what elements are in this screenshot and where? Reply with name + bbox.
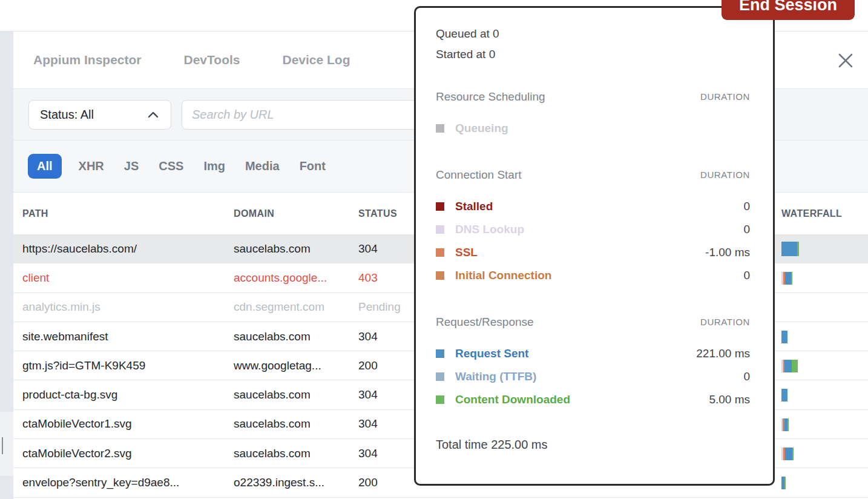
timing-label: Initial Connection	[455, 269, 551, 282]
waterfall-bar	[781, 242, 799, 256]
filter-pill-img[interactable]: Img	[203, 159, 225, 173]
domain-cell: saucelabs.com	[234, 388, 358, 402]
timing-label: Content Downloaded	[455, 393, 570, 406]
filter-pill-media[interactable]: Media	[245, 159, 280, 173]
domain-cell: www.googletag...	[234, 359, 358, 372]
legend-swatch	[436, 271, 444, 280]
waterfall-bar	[781, 477, 786, 489]
duration-header: DURATION	[700, 167, 750, 183]
legend-swatch	[436, 349, 444, 358]
timing-value: 221.00 ms	[696, 347, 750, 360]
waterfall-cell	[781, 242, 868, 256]
tab-appium-inspector[interactable]: Appium Inspector	[33, 53, 142, 67]
waterfall-bar	[781, 360, 798, 372]
column-header-status[interactable]: STATUS	[358, 208, 417, 219]
legend-swatch	[436, 124, 444, 133]
timing-value: 0	[743, 370, 750, 383]
waterfall-segment-req	[781, 389, 787, 402]
waterfall-cell	[781, 388, 868, 402]
waterfall-segment-req	[781, 242, 797, 256]
timing-value: 0	[743, 269, 750, 282]
status-cell: 304	[358, 417, 417, 431]
timing-label: Request Sent	[455, 347, 528, 360]
status-filter-dropdown[interactable]: Status: All	[28, 100, 171, 130]
path-cell: analytics.min.js	[13, 300, 234, 314]
timing-label: DNS Lookup	[455, 223, 524, 236]
waterfall-segment-content	[791, 272, 792, 285]
filter-pill-js[interactable]: JS	[124, 159, 139, 173]
timing-value: -1.00 ms	[705, 246, 750, 259]
close-button[interactable]	[835, 50, 856, 71]
section-title: Request/Response	[436, 314, 534, 330]
waterfall-segment-req	[784, 360, 792, 372]
timing-section: Connection StartDURATIONStalled0DNS Look…	[436, 167, 750, 287]
status-filter-label: Status: All	[40, 108, 94, 122]
domain-cell: o22339.ingest.s...	[234, 476, 358, 489]
status-cell: Pending	[358, 300, 417, 314]
path-cell: product-cta-bg.svg	[13, 388, 234, 402]
timing-item: Stalled0	[436, 195, 750, 218]
timing-item: Queueing	[436, 117, 750, 140]
legend-swatch	[436, 395, 444, 404]
column-header-path[interactable]: PATH	[13, 208, 234, 219]
section-title: Resource Scheduling	[436, 89, 545, 105]
timing-value: 0	[743, 223, 750, 236]
timing-label: SSL	[455, 246, 478, 259]
timing-item: Waiting (TTFB)0	[436, 365, 750, 388]
timing-item: Request Sent221.00 ms	[436, 342, 750, 365]
waterfall-segment-content	[787, 418, 789, 431]
waterfall-bar	[781, 448, 794, 460]
legend-swatch	[436, 202, 444, 211]
duration-header: DURATION	[700, 89, 750, 105]
tab-device-log[interactable]: Device Log	[282, 53, 350, 67]
domain-cell: saucelabs.com	[234, 242, 358, 256]
request-timing-popup: Queued at 0 Started at 0 Resource Schedu…	[414, 6, 775, 486]
legend-swatch	[436, 372, 444, 381]
waterfall-segment-content	[797, 242, 799, 256]
domain-cell: cdn.segment.com	[234, 300, 358, 314]
waterfall-cell	[781, 329, 868, 343]
filter-pill-css[interactable]: CSS	[159, 159, 183, 173]
domain-cell: saucelabs.com	[234, 417, 358, 431]
filter-pill-font[interactable]: Font	[300, 159, 326, 173]
waterfall-segment-req	[785, 448, 792, 460]
waterfall-segment-content	[784, 477, 786, 489]
filter-pill-xhr[interactable]: XHR	[79, 159, 104, 173]
waterfall-bar	[781, 272, 792, 285]
status-cell: 200	[358, 476, 417, 489]
legend-swatch	[436, 225, 444, 234]
section-title: Connection Start	[436, 167, 522, 183]
path-cell: ctaMobileVector1.svg	[13, 417, 234, 431]
left-gutter	[0, 31, 13, 499]
tabs: Appium InspectorDevToolsDevice Log	[33, 53, 393, 67]
scrollbar-thumb[interactable]	[2, 437, 3, 454]
path-cell: site.webmanifest	[13, 330, 234, 343]
waterfall-cell	[781, 300, 868, 314]
tab-devtools[interactable]: DevTools	[184, 53, 240, 67]
waterfall-cell	[781, 476, 868, 489]
filter-pill-all[interactable]: All	[28, 154, 62, 179]
column-header-domain[interactable]: DOMAIN	[234, 208, 358, 219]
waterfall-bar	[781, 389, 787, 402]
timing-label: Queueing	[455, 122, 508, 135]
queued-at-text: Queued at 0	[436, 24, 750, 44]
timing-item: SSL-1.00 ms	[436, 241, 750, 264]
column-header-waterfall[interactable]: WATERFALL	[781, 208, 868, 219]
waterfall-cell	[781, 417, 868, 431]
waterfall-segment-req	[785, 272, 791, 285]
end-session-button[interactable]: End Session	[722, 0, 855, 20]
timing-value: 0	[743, 200, 750, 213]
path-cell: envelope?sentry_key=d9ae8...	[13, 476, 234, 489]
path-cell: ctaMobileVector2.svg	[13, 447, 234, 460]
waterfall-bar	[781, 418, 789, 431]
timing-item: Content Downloaded5.00 ms	[436, 388, 750, 411]
close-icon	[837, 51, 855, 70]
timing-section: Request/ResponseDURATIONRequest Sent221.…	[436, 314, 750, 411]
waterfall-cell	[781, 359, 868, 372]
status-cell: 304	[358, 242, 417, 256]
waterfall-cell	[781, 271, 868, 285]
domain-cell: saucelabs.com	[234, 330, 358, 343]
status-cell: 304	[358, 447, 417, 460]
path-cell: gtm.js?id=GTM-K9K459	[13, 359, 234, 372]
waterfall-segment-content	[792, 360, 798, 372]
